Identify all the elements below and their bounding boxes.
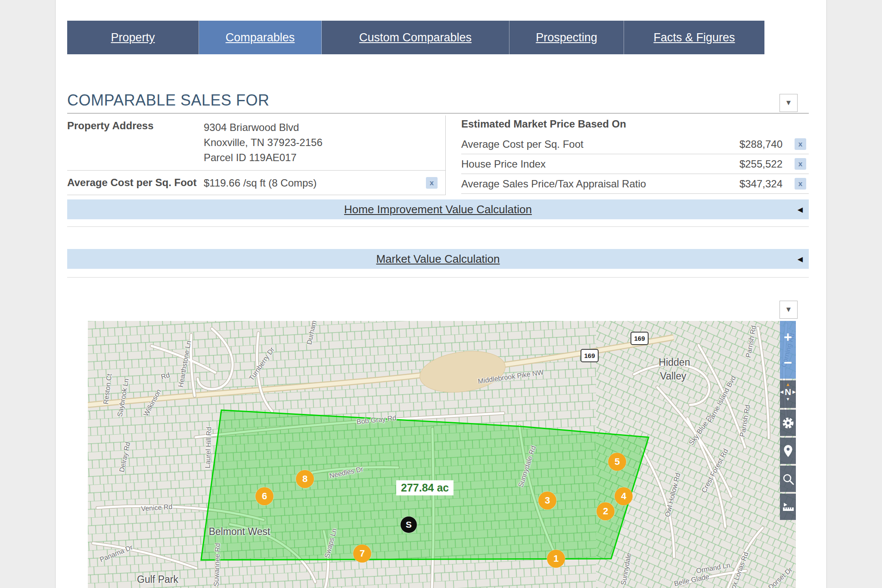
section-market-value[interactable]: Market Value Calculation ◀ <box>67 249 809 269</box>
compass-right-icon: ▶ <box>792 387 796 397</box>
collapse-toggle-map[interactable]: ▼ <box>780 301 798 319</box>
compass-down-icon: ▼ <box>780 397 796 401</box>
tab-facts-figures[interactable]: Facts & Figures <box>624 21 764 54</box>
section-market-value-label: Market Value Calculation <box>376 252 500 266</box>
caret-down-icon: ▼ <box>785 305 792 314</box>
zoom-out-button[interactable]: − <box>784 356 792 369</box>
section-divider <box>67 226 809 227</box>
section-home-improvement-label: Home Improvement Value Calculation <box>344 203 532 216</box>
estimate-label: Average Cost per Sq. Foot <box>461 138 727 150</box>
estimates-pane: Estimated Market Price Based On Average … <box>445 115 809 195</box>
road-label-suwannee-rd: Suwannee Rd <box>212 543 221 586</box>
comp-marker-5[interactable]: 5 <box>608 453 626 471</box>
place-label-belmont-west: Belmont West <box>209 526 270 538</box>
tab-property[interactable]: Property <box>67 21 199 54</box>
comp-marker-8[interactable]: 8 <box>296 470 314 488</box>
compass-north-label: N <box>785 387 791 397</box>
comp-marker-1[interactable]: 1 <box>547 550 565 568</box>
address-line-2: Knoxville, TN 37923-2156 <box>204 135 445 150</box>
collapse-left-icon: ◀ <box>798 205 803 214</box>
zoom-control: + − <box>780 321 796 379</box>
acreage-label: 277.84 ac <box>396 480 453 495</box>
estimate-value: $347,324 <box>727 178 783 190</box>
estimates-header: Estimated Market Price Based On <box>461 115 809 134</box>
avg-cost-label: Average Cost per Sq. Foot <box>67 177 204 189</box>
gear-icon <box>781 416 795 430</box>
property-address-label: Property Address <box>67 120 204 132</box>
section-divider <box>67 277 809 278</box>
collapse-left-icon: ◀ <box>798 255 803 263</box>
estimate-label: Average Sales Price/Tax Appraisal Ratio <box>461 178 727 190</box>
comp-marker-4[interactable]: 4 <box>615 487 633 505</box>
map-search-button[interactable] <box>780 466 796 492</box>
zoom-in-button[interactable]: + <box>784 331 792 344</box>
remove-avg-cost-button[interactable]: x <box>426 177 438 189</box>
caret-down-icon: ▼ <box>785 99 792 107</box>
location-pin-icon <box>783 445 794 457</box>
compass-control[interactable]: ▲ ◀ N ▶ ▼ <box>780 380 796 408</box>
map-settings-button[interactable] <box>780 410 796 436</box>
collapse-toggle-header[interactable]: ▼ <box>780 94 798 112</box>
map-canvas[interactable]: Reston CtSaybrook LnWilkinsonRdDelray Rd… <box>88 321 796 588</box>
property-info-left: Property Address 9304 Briarwood Blvd Kno… <box>67 115 445 195</box>
estimate-label: House Price Index <box>461 158 727 170</box>
section-home-improvement[interactable]: Home Improvement Value Calculation ◀ <box>67 199 809 219</box>
ruler-icon <box>782 501 795 513</box>
place-label-gulf-park: Gulf Park <box>137 574 178 585</box>
estimate-row-hpi: House Price Index $255,522 x <box>461 154 809 174</box>
comp-marker-6[interactable]: 6 <box>255 487 273 505</box>
content-card: Property Comparables Custom Comparables … <box>55 0 827 588</box>
address-line-3: Parcel ID 119AE017 <box>204 150 445 165</box>
estimate-row-ratio: Average Sales Price/Tax Appraisal Ratio … <box>461 174 809 194</box>
compass-up-icon: ▲ <box>780 382 796 387</box>
route-shield-169: 169 <box>630 332 649 345</box>
tab-comparables[interactable]: Comparables <box>199 21 322 54</box>
route-shield-169: 169 <box>581 349 599 362</box>
map-measure-button[interactable] <box>780 494 796 520</box>
tab-custom-comparables[interactable]: Custom Comparables <box>322 21 509 54</box>
map-controls: + − ▲ ◀ N ▶ ▼ <box>780 321 796 520</box>
map-location-button[interactable] <box>780 438 796 464</box>
remove-estimate-avg-cost-button[interactable]: x <box>795 138 806 150</box>
estimate-row-avg-cost: Average Cost per Sq. Foot $288,740 x <box>461 134 809 154</box>
road-label-laurel-hill-rd: Laurel Hill Rd <box>204 427 213 469</box>
property-info-table: Property Address 9304 Briarwood Blvd Kno… <box>67 115 809 195</box>
avg-cost-value: $119.66 /sq ft (8 Comps) <box>204 175 426 190</box>
page-title: COMPARABLE SALES FOR <box>67 91 269 109</box>
comp-marker-7[interactable]: 7 <box>353 544 371 563</box>
compass-left-icon: ◀ <box>780 387 783 397</box>
property-address-row: Property Address 9304 Briarwood Blvd Kno… <box>67 115 445 171</box>
place-label-valley: Valley <box>660 370 686 382</box>
estimate-value: $255,522 <box>727 158 783 170</box>
address-line-1: 9304 Briarwood Blvd <box>204 120 445 135</box>
place-label-hidden: Hidden <box>659 357 690 368</box>
search-icon <box>782 473 795 485</box>
estimate-value: $288,740 <box>727 138 783 150</box>
tab-prospecting[interactable]: Prospecting <box>509 21 624 54</box>
avg-cost-row: Average Cost per Sq. Foot $119.66 /sq ft… <box>67 171 445 195</box>
main-nav: Property Comparables Custom Comparables … <box>67 21 764 54</box>
comp-marker-3[interactable]: 3 <box>538 492 556 510</box>
remove-estimate-hpi-button[interactable]: x <box>795 158 806 170</box>
remove-estimate-ratio-button[interactable]: x <box>795 178 806 190</box>
title-divider <box>67 113 809 114</box>
comp-marker-2[interactable]: 2 <box>596 502 615 520</box>
subject-marker[interactable]: S <box>401 516 417 533</box>
